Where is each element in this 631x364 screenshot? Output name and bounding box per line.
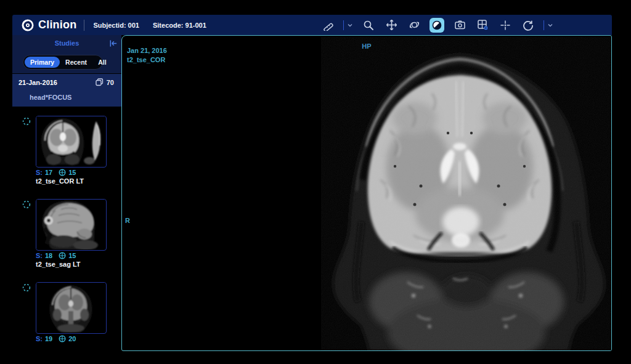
thumbnail-mri-coronal-t1 (36, 283, 105, 333)
series-prefix: S: (36, 169, 43, 176)
study-description: head*FOCUS (30, 94, 71, 101)
mri-coronal-image (321, 37, 612, 351)
toolbar-divider (543, 20, 544, 30)
reset-tool-button[interactable] (521, 18, 535, 33)
studies-filter-tabs: Primary Recent All (23, 55, 103, 70)
thumbnail-mri-coronal (36, 116, 105, 166)
brand-name: Clinion (38, 18, 76, 31)
contrast-icon (431, 20, 442, 31)
measure-options-chevron[interactable] (347, 22, 353, 28)
study-card[interactable]: 21-Jan-2016 70 head*FOCUS (12, 74, 121, 107)
zoom-tool-button[interactable] (361, 18, 376, 33)
crosshair-icon (500, 20, 511, 31)
camera-icon (454, 19, 466, 31)
image-viewport[interactable]: Jan 21, 2016 t2_tse_COR HP R (121, 35, 612, 351)
clinion-logo-icon (21, 18, 35, 32)
viewer-toolbar (320, 15, 553, 35)
rotate-3d-icon (409, 19, 420, 31)
capture-tool-button[interactable] (452, 18, 467, 33)
tab-all[interactable]: All (92, 57, 112, 68)
series-name: t2_tse_COR LT (36, 177, 84, 185)
application-window: Clinion Subjectid: 001 Sitecode: 91-001 (0, 0, 631, 364)
collapse-left-icon (109, 39, 118, 47)
loading-spinner-icon (22, 117, 31, 126)
app-header: Clinion Subjectid: 001 Sitecode: 91-001 (12, 15, 612, 35)
series-prefix: S: (36, 252, 43, 259)
series-item: S: 18 15 t2_tse_sag LT (12, 199, 121, 269)
reference-lines-button[interactable] (498, 18, 513, 33)
series-prefix: S: (36, 335, 43, 342)
loading-spinner-icon (22, 283, 31, 292)
sitecode-label: Sitecode: 91-001 (153, 22, 206, 29)
series-number: 19 (45, 335, 52, 342)
layout-settings-button[interactable] (475, 18, 490, 33)
rotate-tool-button[interactable] (407, 18, 421, 33)
toolbar-divider (343, 20, 344, 30)
chevron-down-icon (547, 22, 553, 28)
image-count-icon (59, 335, 66, 342)
orientation-marker-top: HP (122, 42, 611, 50)
orientation-marker-left: R (125, 217, 130, 224)
study-image-count: 70 (107, 79, 114, 86)
study-date: 21-Jan-2016 (18, 79, 57, 86)
series-image-count: 15 (68, 169, 76, 176)
subject-id-label: Subjectid: 001 (93, 22, 139, 29)
studies-panel-title: Studies (12, 39, 105, 47)
tab-recent[interactable]: Recent (60, 57, 92, 68)
reset-options-chevron[interactable] (547, 22, 553, 28)
thumbnail-mri-sagittal (36, 200, 105, 249)
refresh-icon (523, 20, 534, 31)
series-thumbnail[interactable] (36, 116, 107, 168)
loading-spinner-icon (22, 200, 31, 209)
pan-tool-button[interactable] (384, 18, 399, 33)
series-image-count: 20 (68, 335, 76, 342)
series-item: S: 19 20 (12, 282, 121, 352)
series-name: t2_tse_sag LT (36, 261, 81, 268)
tab-primary[interactable]: Primary (25, 57, 60, 68)
image-count-icon (59, 252, 66, 259)
pan-arrows-icon (386, 19, 397, 31)
collapse-sidebar-button[interactable] (105, 37, 121, 49)
series-image-count: 15 (68, 252, 76, 259)
chevron-down-icon (347, 22, 353, 28)
viewport-series-overlay: t2_tse_COR (127, 56, 165, 63)
series-thumbnail[interactable] (36, 282, 107, 334)
series-thumbnail[interactable] (36, 199, 107, 251)
grid-gear-icon (477, 19, 489, 31)
sidebar-top-panel: Studies Primary Recent All (12, 35, 121, 73)
ruler-icon (322, 19, 334, 31)
magnifier-icon (363, 20, 374, 31)
measure-tool-button[interactable] (320, 18, 335, 33)
series-number: 18 (45, 252, 52, 259)
copy-stack-icon (96, 78, 104, 86)
image-count-icon (59, 169, 66, 176)
series-item: S: 17 15 t2_tse_COR LT (12, 116, 121, 186)
brand-logo: Clinion (12, 18, 76, 32)
series-number: 17 (45, 169, 52, 176)
header-divider (84, 20, 84, 31)
window-level-tool-button[interactable] (429, 18, 444, 33)
studies-sidebar: Studies Primary Recent All 21-Jan-2016 (12, 35, 121, 360)
